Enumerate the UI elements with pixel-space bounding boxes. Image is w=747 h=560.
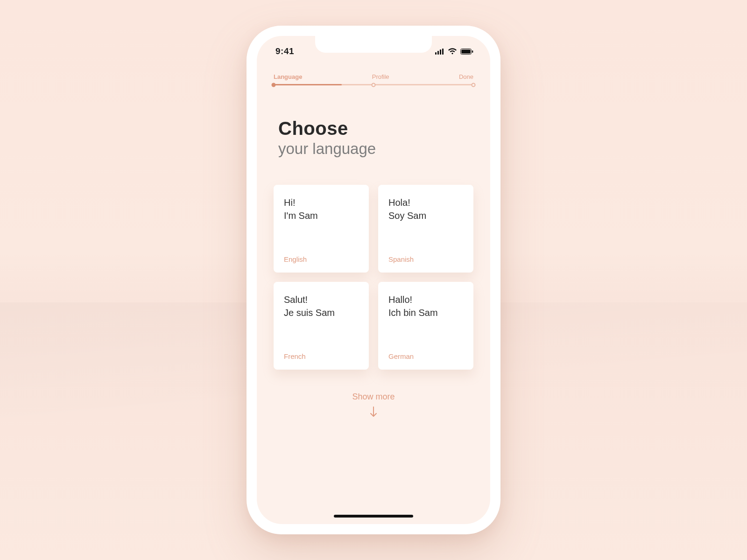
- language-grid: Hi! I'm Sam English Hola! Soy Sam Spanis…: [274, 185, 473, 370]
- step-label-profile: Profile: [372, 73, 389, 80]
- card-greeting: Hallo! Ich bin Sam: [388, 293, 463, 319]
- wifi-icon: [448, 48, 457, 55]
- status-time: 9:41: [275, 46, 294, 56]
- greet-line2: Je suis Sam: [284, 308, 335, 318]
- cellular-icon: [435, 49, 444, 55]
- card-greeting: Hi! I'm Sam: [284, 196, 359, 222]
- greet-line2: Ich bin Sam: [388, 308, 438, 318]
- stepper-track: [274, 84, 473, 85]
- svg-rect-5: [461, 49, 471, 54]
- greet-line1: Hi!: [284, 197, 295, 208]
- language-card-english[interactable]: Hi! I'm Sam English: [274, 185, 369, 273]
- heading-line2: your language: [278, 140, 469, 158]
- card-greeting: Salut! Je suis Sam: [284, 293, 359, 319]
- status-icons: [435, 48, 473, 55]
- greet-line1: Salut!: [284, 294, 308, 305]
- card-language-label: French: [284, 352, 359, 360]
- stepper-fill: [274, 84, 342, 85]
- home-indicator: [334, 515, 413, 518]
- battery-icon: [460, 49, 473, 55]
- phone-screen: 9:41: [257, 36, 490, 524]
- stepper-dot-profile: [372, 83, 376, 87]
- card-language-label: Spanish: [388, 255, 463, 263]
- step-label-done: Done: [459, 73, 473, 80]
- app-stage: 9:41: [0, 0, 747, 560]
- svg-rect-3: [442, 49, 444, 55]
- language-card-french[interactable]: Salut! Je suis Sam French: [274, 282, 369, 370]
- heading-line1: Choose: [278, 118, 469, 139]
- svg-rect-1: [437, 51, 439, 55]
- stepper-labels: Language Profile Done: [274, 73, 473, 80]
- svg-rect-0: [435, 52, 437, 55]
- language-card-spanish[interactable]: Hola! Soy Sam Spanish: [378, 185, 473, 273]
- greet-line2: I'm Sam: [284, 210, 318, 221]
- svg-rect-2: [440, 49, 441, 55]
- card-language-label: English: [284, 255, 359, 263]
- greet-line1: Hallo!: [388, 294, 412, 305]
- show-more-button[interactable]: Show more: [257, 392, 490, 418]
- card-language-label: German: [388, 352, 463, 360]
- stepper-dot-language: [272, 83, 276, 87]
- greet-line2: Soy Sam: [388, 210, 426, 221]
- show-more-label: Show more: [352, 392, 395, 402]
- phone-frame: 9:41: [247, 26, 500, 534]
- step-label-language: Language: [274, 73, 302, 80]
- arrow-down-icon: [369, 406, 378, 418]
- svg-rect-6: [472, 50, 473, 53]
- onboarding-stepper: Language Profile Done: [274, 73, 473, 85]
- stepper-dot-done: [472, 83, 476, 87]
- language-card-german[interactable]: Hallo! Ich bin Sam German: [378, 282, 473, 370]
- status-bar: 9:41: [257, 36, 490, 62]
- greet-line1: Hola!: [388, 197, 410, 208]
- card-greeting: Hola! Soy Sam: [388, 196, 463, 222]
- page-heading: Choose your language: [278, 118, 469, 158]
